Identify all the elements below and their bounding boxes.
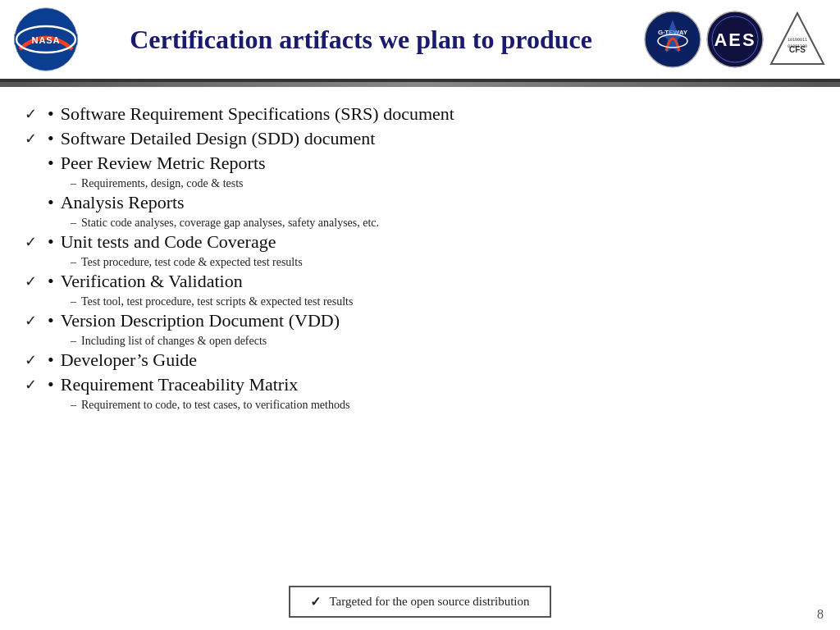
item-label: Requirement Traceability Matrix [61, 374, 299, 395]
slide: NASA Certification artifacts we plan to … [0, 0, 840, 630]
footer-note-text: Targeted for the open source distributio… [329, 595, 529, 609]
item-row-vdd: ✓•Version Description Document (VDD) [25, 310, 815, 331]
list-item-vv: ✓•Verification & Validation–Test tool, t… [25, 271, 815, 308]
item-row-rtm: ✓•Requirement Traceability Matrix [25, 374, 815, 395]
bullet-icon: • [48, 271, 54, 292]
bullet-icon: • [48, 349, 54, 371]
list-item-dev-guide: ✓•Developer’s Guide [25, 349, 815, 371]
sub-item-peer-review: –Requirements, design, code & tests [71, 177, 815, 190]
sub-item-vv: –Test tool, test procedure, test scripts… [71, 295, 815, 308]
sub-dash-icon: – [71, 295, 76, 308]
header: NASA Certification artifacts we plan to … [0, 0, 840, 82]
checkmark-icon: ✓ [25, 105, 48, 123]
svg-text:NASA: NASA [32, 35, 61, 45]
artifact-list: ✓•Software Requirement Specifications (S… [25, 103, 815, 412]
item-text-sdd: •Software Detailed Design (SDD) document [48, 128, 375, 149]
sub-item-text: Static code analyses, coverage gap analy… [81, 217, 379, 230]
svg-text:AES: AES [714, 30, 756, 50]
nasa-logo: NASA [13, 7, 79, 72]
sub-item-text: Requirements, design, code & tests [81, 177, 244, 190]
item-text-unit-tests: •Unit tests and Code Coverage [48, 231, 276, 253]
bullet-icon: • [48, 310, 54, 331]
cfs-logo: CFS 10100011 01001100 [768, 10, 827, 69]
bullet-icon: • [48, 374, 54, 395]
page-number: 8 [817, 607, 824, 622]
footer: ✓ Targeted for the open source distribut… [0, 578, 840, 630]
item-text-vv: •Verification & Validation [48, 271, 243, 292]
footer-note-box: ✓ Targeted for the open source distribut… [289, 586, 550, 618]
aes-logo: AES [705, 10, 765, 69]
item-row-analysis: •Analysis Reports [25, 192, 815, 213]
sub-item-text: Including list of changes & open defects [81, 335, 267, 348]
item-label: Analysis Reports [61, 192, 185, 213]
sub-dash-icon: – [71, 335, 76, 348]
checkmark-icon: ✓ [25, 233, 48, 251]
item-row-unit-tests: ✓•Unit tests and Code Coverage [25, 231, 815, 253]
list-item-srs: ✓•Software Requirement Specifications (S… [25, 103, 815, 125]
item-text-dev-guide: •Developer’s Guide [48, 349, 197, 371]
slide-title: Certification artifacts we plan to produ… [79, 24, 643, 55]
item-label: Verification & Validation [61, 271, 243, 292]
checkmark-icon: ✓ [25, 130, 48, 148]
list-item-sdd: ✓•Software Detailed Design (SDD) documen… [25, 128, 815, 149]
item-label: Developer’s Guide [61, 349, 197, 371]
sub-item-text: Test procedure, test code & expected tes… [81, 256, 303, 269]
item-row-dev-guide: ✓•Developer’s Guide [25, 349, 815, 371]
checkmark-icon: ✓ [25, 272, 48, 290]
list-item-analysis: •Analysis Reports–Static code analyses, … [25, 192, 815, 230]
content-area: ✓•Software Requirement Specifications (S… [0, 87, 840, 578]
bullet-icon: • [48, 153, 54, 174]
list-item-rtm: ✓•Requirement Traceability Matrix–Requir… [25, 374, 815, 412]
item-row-srs: ✓•Software Requirement Specifications (S… [25, 103, 815, 125]
list-item-unit-tests: ✓•Unit tests and Code Coverage–Test proc… [25, 231, 815, 269]
bullet-icon: • [48, 231, 54, 253]
sub-item-analysis: –Static code analyses, coverage gap anal… [71, 217, 815, 230]
sub-item-vdd: –Including list of changes & open defect… [71, 335, 815, 348]
list-item-peer-review: •Peer Review Metric Reports–Requirements… [25, 153, 815, 190]
checkmark-icon: ✓ [25, 376, 48, 394]
sub-dash-icon: – [71, 177, 76, 190]
checkmark-icon: ✓ [25, 351, 48, 369]
sub-item-text: Test tool, test procedure, test scripts … [81, 295, 353, 308]
sub-item-rtm: –Requirement to code, to test cases, to … [71, 399, 815, 412]
bullet-icon: • [48, 192, 54, 213]
sub-item-text: Requirement to code, to test cases, to v… [81, 399, 349, 412]
item-text-peer-review: •Peer Review Metric Reports [48, 153, 266, 174]
bullet-icon: • [48, 128, 54, 149]
sub-item-unit-tests: –Test procedure, test code & expected te… [71, 256, 815, 269]
item-text-vdd: •Version Description Document (VDD) [48, 310, 340, 331]
gateway-logo: G·TEWAY [643, 10, 702, 69]
svg-text:10100011: 10100011 [788, 37, 807, 42]
sub-dash-icon: – [71, 399, 76, 412]
sub-dash-icon: – [71, 256, 76, 269]
bullet-icon: • [48, 103, 54, 125]
item-row-sdd: ✓•Software Detailed Design (SDD) documen… [25, 128, 815, 149]
item-label: Version Description Document (VDD) [61, 310, 340, 331]
item-label: Software Detailed Design (SDD) document [61, 128, 376, 149]
checkmark-icon: ✓ [25, 312, 48, 330]
header-logos: G·TEWAY AES CFS 10100011 01001100 [643, 10, 827, 69]
sub-dash-icon: – [71, 217, 76, 230]
item-label: Peer Review Metric Reports [61, 153, 266, 174]
list-item-vdd: ✓•Version Description Document (VDD)–Inc… [25, 310, 815, 348]
item-label: Unit tests and Code Coverage [61, 231, 276, 253]
footer-checkmark: ✓ [310, 594, 321, 609]
item-label: Software Requirement Specifications (SRS… [61, 103, 454, 125]
item-row-peer-review: •Peer Review Metric Reports [25, 153, 815, 174]
item-text-analysis: •Analysis Reports [48, 192, 185, 213]
item-text-srs: •Software Requirement Specifications (SR… [48, 103, 454, 125]
svg-text:01001100: 01001100 [788, 43, 807, 48]
item-text-rtm: •Requirement Traceability Matrix [48, 374, 298, 395]
item-row-vv: ✓•Verification & Validation [25, 271, 815, 292]
